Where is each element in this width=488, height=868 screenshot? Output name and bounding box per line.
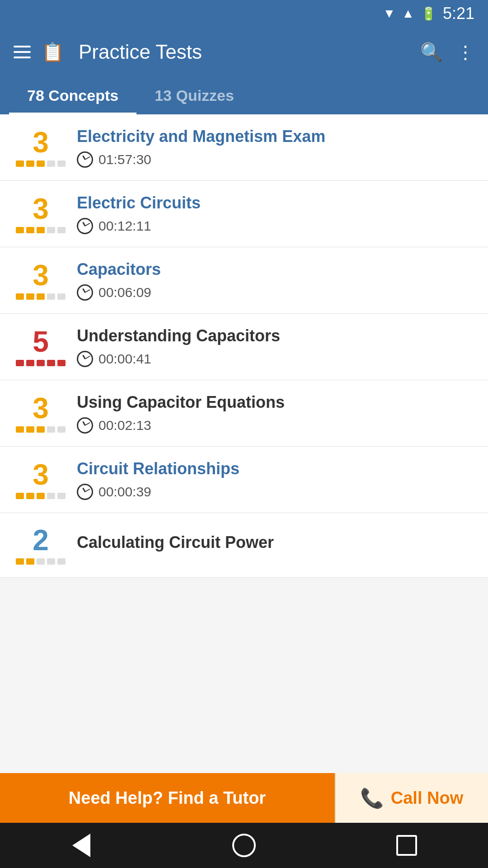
score-number: 3	[33, 128, 49, 157]
tab-concepts[interactable]: 78 Concepts	[9, 77, 136, 114]
app-bar: 📋 Practice Tests 🔍 ⋮	[0, 27, 488, 77]
item-score: 5	[14, 327, 68, 366]
clock-icon	[77, 218, 93, 234]
item-info: Electric Circuits00:12:11	[68, 193, 474, 234]
item-title: Calculating Circuit Power	[77, 533, 474, 552]
score-number: 2	[33, 526, 49, 555]
item-time: 00:02:13	[77, 417, 474, 434]
item-score: 3	[14, 261, 68, 300]
bottom-navigation	[0, 823, 488, 868]
time-text: 00:00:41	[99, 351, 151, 367]
item-info: Capacitors00:06:09	[68, 260, 474, 301]
item-score: 3	[14, 394, 68, 433]
item-title: Electricity and Magnetism Exam	[77, 127, 474, 146]
clock-icon	[77, 484, 93, 500]
time-text: 00:12:11	[99, 218, 151, 234]
item-info: Circuit Relationships00:00:39	[68, 459, 474, 500]
item-title: Capacitors	[77, 260, 474, 279]
score-number: 3	[33, 261, 49, 290]
item-info: Calculating Circuit Power	[68, 533, 474, 557]
item-info: Electricity and Magnetism Exam01:57:30	[68, 127, 474, 168]
item-time: 00:00:39	[77, 484, 474, 500]
clock-icon	[77, 351, 93, 367]
item-title: Understanding Capacitors	[77, 326, 474, 345]
clock-icon	[77, 417, 93, 434]
item-title: Electric Circuits	[77, 193, 474, 212]
app-icon: 📋	[42, 42, 64, 63]
list-item[interactable]: 3Electric Circuits00:12:11	[0, 181, 488, 247]
content-list: 3Electricity and Magnetism Exam01:57:303…	[0, 114, 488, 773]
bottom-banner: Need Help? Find a Tutor 📞 Call Now	[0, 773, 488, 823]
score-number: 3	[33, 460, 49, 489]
tab-quizzes[interactable]: 13 Quizzes	[136, 77, 252, 114]
score-bars	[16, 493, 66, 499]
menu-button[interactable]	[14, 46, 31, 58]
item-time: 01:57:30	[77, 151, 474, 168]
home-button[interactable]	[226, 827, 262, 863]
time-text: 00:02:13	[99, 418, 151, 433]
item-score: 3	[14, 128, 68, 167]
phone-icon: 📞	[360, 787, 384, 809]
score-bars	[16, 360, 66, 366]
clock-icon	[77, 284, 93, 301]
more-options-icon[interactable]: ⋮	[456, 42, 474, 62]
list-item[interactable]: 5Understanding Capacitors00:00:41	[0, 314, 488, 380]
list-item[interactable]: 2Calculating Circuit Power	[0, 513, 488, 578]
time-text: 00:06:09	[99, 285, 151, 300]
clock-icon	[77, 151, 93, 168]
status-icons: ▼ ▲ 🔋 5:21	[383, 4, 474, 23]
score-bars	[16, 227, 66, 233]
call-now-button[interactable]: 📞 Call Now	[334, 773, 488, 823]
status-bar: ▼ ▲ 🔋 5:21	[0, 0, 488, 27]
item-title: Circuit Relationships	[77, 459, 474, 478]
item-score: 3	[14, 460, 68, 499]
item-score: 3	[14, 194, 68, 233]
item-info: Using Capacitor Equations00:02:13	[68, 393, 474, 434]
back-button[interactable]	[63, 827, 99, 863]
find-tutor-button[interactable]: Need Help? Find a Tutor	[0, 773, 334, 823]
item-time: 00:00:41	[77, 351, 474, 367]
item-score: 2	[14, 526, 68, 565]
recents-button[interactable]	[389, 827, 425, 863]
item-title: Using Capacitor Equations	[77, 393, 474, 412]
score-bars	[16, 293, 66, 300]
signal-icon: ▲	[402, 6, 414, 21]
item-time: 00:12:11	[77, 218, 474, 234]
list-item[interactable]: 3Using Capacitor Equations00:02:13	[0, 380, 488, 447]
tabs: 78 Concepts 13 Quizzes	[0, 77, 488, 114]
score-number: 3	[33, 394, 49, 423]
score-bars	[16, 558, 66, 565]
score-bars	[16, 426, 66, 433]
time-text: 01:57:30	[99, 152, 151, 167]
list-item[interactable]: 3Electricity and Magnetism Exam01:57:30	[0, 114, 488, 181]
app-bar-actions: 🔍 ⋮	[420, 42, 474, 63]
time-text: 00:00:39	[99, 484, 151, 500]
item-info: Understanding Capacitors00:00:41	[68, 326, 474, 367]
score-number: 3	[33, 194, 49, 223]
item-time: 00:06:09	[77, 284, 474, 301]
battery-icon: 🔋	[421, 6, 436, 21]
search-icon[interactable]: 🔍	[420, 42, 443, 63]
app-title: Practice Tests	[79, 41, 409, 63]
wifi-icon: ▼	[383, 6, 395, 21]
list-item[interactable]: 3Circuit Relationships00:00:39	[0, 447, 488, 513]
score-bars	[16, 160, 66, 167]
score-number: 5	[33, 327, 49, 356]
list-item[interactable]: 3Capacitors00:06:09	[0, 247, 488, 314]
status-time: 5:21	[443, 4, 474, 23]
